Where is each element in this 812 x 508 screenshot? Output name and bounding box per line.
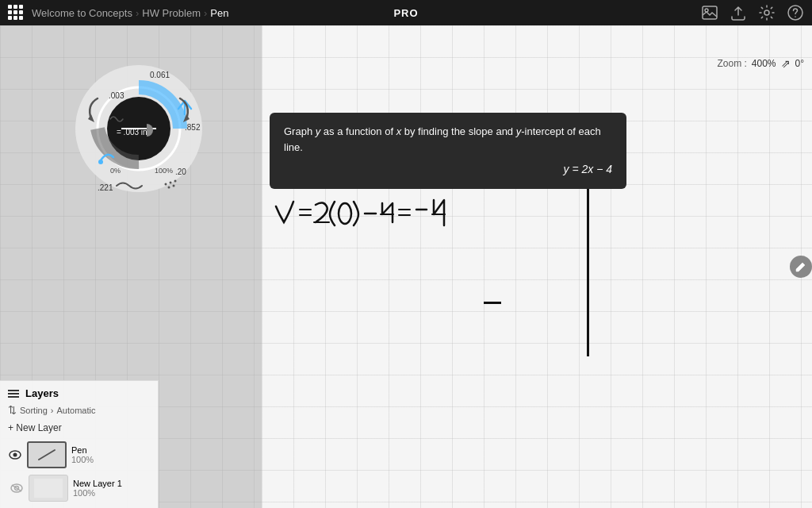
svg-point-31 xyxy=(170,182,172,184)
zoom-bar: Zoom : 400% ⇗ 0° xyxy=(717,57,804,70)
svg-point-8 xyxy=(339,203,351,224)
svg-point-33 xyxy=(173,185,175,187)
breadcrumb-sep-1: › xyxy=(136,7,139,19)
horizontal-dash-drawing xyxy=(484,302,501,304)
new-layer-button[interactable]: + New Layer xyxy=(8,422,150,433)
breadcrumb-welcome[interactable]: Welcome to Concepts xyxy=(32,7,132,19)
layer-info-pen: Pen 100% xyxy=(71,445,94,464)
pen-wheel[interactable]: 0.061 .003 .852 .20 .221 0% 100% xyxy=(67,57,210,200)
layer-visibility-pen[interactable] xyxy=(8,448,22,462)
breadcrumb-pen[interactable]: Pen xyxy=(210,7,228,19)
svg-text:.221: .221 xyxy=(98,183,113,192)
sorting-row: ⇅ Sorting › Automatic xyxy=(8,404,150,416)
header: Welcome to Concepts › HW Problem › Pen P… xyxy=(0,0,812,25)
layer-visibility-new[interactable] xyxy=(10,481,24,495)
image-icon[interactable] xyxy=(701,4,718,21)
svg-point-4 xyxy=(795,17,796,17)
svg-point-30 xyxy=(165,183,167,186)
svg-rect-42 xyxy=(34,479,63,498)
instruction-card: Graph y as a function of x by finding th… xyxy=(270,113,626,189)
layer-thumbnail-new[interactable] xyxy=(29,475,68,502)
upload-icon[interactable] xyxy=(730,4,747,21)
help-icon[interactable] xyxy=(787,4,804,21)
svg-point-37 xyxy=(13,453,17,457)
angle-value[interactable]: 0° xyxy=(795,58,804,69)
settings-icon[interactable] xyxy=(758,4,776,21)
handwritten-math xyxy=(270,192,492,259)
breadcrumb-sep-2: › xyxy=(204,7,207,19)
paper[interactable] xyxy=(262,25,812,508)
svg-point-32 xyxy=(168,187,170,189)
layer-info-new: New Layer 1 100% xyxy=(73,479,122,498)
layers-header: Layers xyxy=(8,387,150,399)
svg-text:.852: .852 xyxy=(185,123,201,132)
instruction-text: Graph y as a function of x by finding th… xyxy=(284,124,612,155)
hamburger-icon[interactable] xyxy=(8,390,19,398)
edit-pen-button[interactable] xyxy=(790,256,812,278)
new-layer-label: + New Layer xyxy=(8,422,62,433)
zoom-value[interactable]: 400% xyxy=(752,58,776,69)
nav-breadcrumb: Welcome to Concepts › HW Problem › Pen xyxy=(8,5,228,21)
app-icon[interactable] xyxy=(8,5,24,21)
header-actions xyxy=(701,4,804,21)
zoom-label: Zoom : xyxy=(717,58,746,69)
vertical-line-drawing xyxy=(587,174,589,356)
svg-text:0.061: 0.061 xyxy=(150,71,170,79)
layer-opacity-new: 100% xyxy=(73,488,122,498)
layers-title: Layers xyxy=(25,387,59,399)
layer-name-pen: Pen xyxy=(71,445,94,455)
svg-text:0%: 0% xyxy=(110,167,121,175)
svg-text:.003: .003 xyxy=(109,91,124,100)
svg-text:100%: 100% xyxy=(155,167,173,175)
svg-point-34 xyxy=(174,180,177,183)
svg-line-38 xyxy=(39,450,55,460)
sorting-value[interactable]: Automatic xyxy=(57,406,96,415)
svg-text:.20: .20 xyxy=(175,167,186,176)
breadcrumb-hw[interactable]: HW Problem xyxy=(142,7,201,19)
sorting-label: Sorting xyxy=(20,406,48,415)
canvas-area[interactable]: Zoom : 400% ⇗ 0° Graph y as a function o… xyxy=(0,25,812,508)
layer-thumbnail-pen[interactable] xyxy=(27,441,67,468)
svg-point-29 xyxy=(98,160,103,164)
layers-panel: Layers ⇅ Sorting › Automatic + New Layer xyxy=(0,380,159,508)
instruction-equation: y = 2x − 4 xyxy=(284,161,612,178)
zoom-decrease-icon[interactable]: ⇗ xyxy=(781,57,791,70)
sorting-sep: › xyxy=(51,406,54,415)
layer-item-pen: Pen 100% xyxy=(8,441,150,468)
layer-item-new: New Layer 1 100% xyxy=(8,475,150,502)
pro-badge: PRO xyxy=(393,7,418,19)
layer-opacity-pen: 100% xyxy=(71,455,94,464)
svg-point-2 xyxy=(764,10,769,15)
sort-icon: ⇅ xyxy=(8,404,17,416)
layer-name-new: New Layer 1 xyxy=(73,479,122,488)
svg-text:= .003 in: = .003 in xyxy=(117,128,147,137)
